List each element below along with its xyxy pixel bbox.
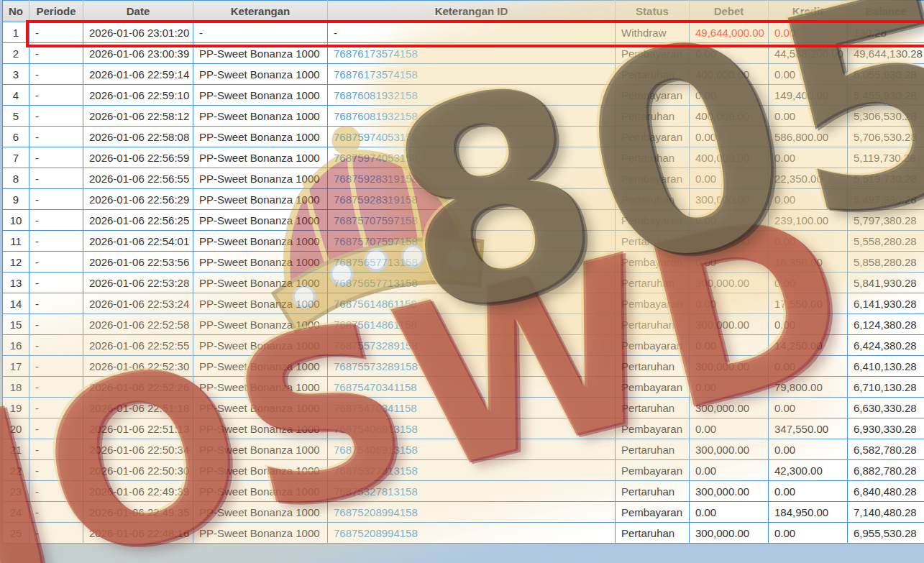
keterangan-id-link[interactable]: 76875406913158 — [334, 423, 418, 435]
cell-status: Pertaruhan — [616, 64, 690, 85]
cell-kredit: 0.00 — [769, 314, 848, 335]
cell-keterangan: PP-Sweet Bonanza 1000 — [193, 481, 328, 502]
keterangan-id-link[interactable]: 76875208994158 — [334, 506, 418, 518]
cell-no: 9 — [3, 189, 29, 210]
keterangan-id-link[interactable]: 76876173574158 — [334, 68, 418, 81]
cell-keterangan: PP-Sweet Bonanza 1000 — [193, 127, 328, 147]
cell-kredit: 0.00 — [769, 22, 848, 43]
cell-debet: 0.00 — [690, 168, 769, 189]
cell-no: 23 — [3, 481, 29, 502]
cell-status: Pembayaran — [616, 335, 690, 356]
cell-balance: 6,840,480.28 — [848, 481, 924, 502]
cell-debet: 0.00 — [690, 377, 769, 398]
cell-no: 2 — [3, 43, 29, 64]
cell-periode: - — [29, 335, 83, 356]
keterangan-id-link[interactable]: 76875928319158 — [334, 173, 418, 185]
cell-no: 12 — [3, 252, 29, 273]
keterangan-id-link[interactable]: 76875707597158 — [334, 235, 418, 247]
keterangan-id-link[interactable]: 76876081932158 — [334, 110, 418, 122]
cell-status: Pembayaran — [616, 293, 690, 314]
keterangan-id-link[interactable]: 76875208994158 — [334, 527, 418, 539]
cell-keterangan: PP-Sweet Bonanza 1000 — [193, 335, 328, 356]
cell-periode: - — [29, 64, 83, 85]
cell-keterangan: PP-Sweet Bonanza 1000 — [193, 502, 328, 523]
keterangan-id-link[interactable]: 76876081932158 — [334, 89, 418, 101]
cell-keterangan: PP-Sweet Bonanza 1000 — [193, 460, 328, 481]
cell-keterangan: PP-Sweet Bonanza 1000 — [193, 377, 328, 398]
cell-date: 2026-01-06 22:54:01 — [83, 231, 193, 252]
cell-periode: - — [29, 22, 83, 43]
cell-no: 11 — [3, 231, 29, 252]
cell-keterangan-id: 76875614861158 — [328, 293, 616, 314]
cell-balance: 6,630,330.28 — [848, 398, 924, 418]
table-row: 7 - 2026-01-06 22:56:59 PP-Sweet Bonanza… — [3, 147, 924, 168]
cell-date: 2026-01-06 22:58:08 — [83, 127, 193, 147]
cell-balance: 5,306,530.28 — [848, 106, 924, 127]
cell-no: 21 — [3, 439, 29, 460]
cell-kredit: 0.00 — [769, 231, 848, 252]
cell-keterangan-id: 76876173574158 — [328, 64, 616, 85]
cell-debet: 300,000.00 — [690, 481, 769, 502]
table-row: 6 - 2026-01-06 22:58:08 PP-Sweet Bonanza… — [3, 127, 924, 147]
cell-balance: 6,410,130.28 — [848, 356, 924, 377]
keterangan-id-link[interactable]: 76875470341158 — [334, 381, 417, 393]
keterangan-id-link[interactable]: 76875614861158 — [334, 319, 417, 331]
cell-no: 13 — [3, 273, 29, 293]
keterangan-id-link[interactable]: 76875470341158 — [334, 402, 417, 414]
cell-periode: - — [29, 356, 83, 377]
cell-date: 2026-01-06 22:56:25 — [83, 210, 193, 231]
cell-keterangan-id: 76875573289158 — [328, 335, 616, 356]
cell-keterangan-id: 76875657713158 — [328, 273, 616, 293]
cell-keterangan-id: 76875327813158 — [328, 481, 616, 502]
keterangan-id-link[interactable]: 76875974053158 — [334, 131, 418, 143]
cell-status: Pembayaran — [616, 127, 690, 147]
keterangan-id-link[interactable]: 76875327813158 — [334, 485, 418, 498]
cell-periode: - — [29, 377, 83, 398]
keterangan-id-link[interactable]: 76875406913158 — [334, 444, 418, 456]
cell-status: Pertaruhan — [616, 356, 690, 377]
cell-balance: 7,140,480.28 — [848, 502, 924, 523]
cell-status: Pertaruhan — [616, 398, 690, 418]
cell-keterangan: PP-Sweet Bonanza 1000 — [193, 43, 328, 64]
cell-balance: 5,119,730.28 — [848, 147, 924, 168]
keterangan-id-link[interactable]: 76875928319158 — [334, 193, 418, 206]
keterangan-id-link[interactable]: 76875573289158 — [334, 339, 418, 352]
cell-balance: 5,519,730.28 — [848, 168, 924, 189]
keterangan-id-link[interactable]: 76875657713158 — [334, 277, 418, 289]
cell-status: Pembayaran — [616, 85, 690, 106]
cell-balance: 49,644,130.28 — [848, 43, 924, 64]
cell-keterangan-id: 76875614861158 — [328, 314, 616, 335]
cell-status: Pembayaran — [616, 377, 690, 398]
cell-kredit: 17,550.00 — [769, 293, 848, 314]
cell-kredit: 0.00 — [769, 523, 848, 544]
cell-no: 20 — [3, 418, 29, 439]
cell-kredit: 14,250.00 — [769, 335, 848, 356]
cell-date: 2026-01-06 22:52:55 — [83, 335, 193, 356]
cell-no: 5 — [3, 106, 29, 127]
cell-keterangan-id: - — [328, 22, 616, 43]
keterangan-id-link[interactable]: 76875974053158 — [334, 152, 418, 164]
keterangan-id-link[interactable]: 76875327813158 — [334, 464, 418, 477]
cell-keterangan: PP-Sweet Bonanza 1000 — [193, 168, 328, 189]
cell-debet: 300,000.00 — [690, 398, 769, 418]
cell-keterangan: PP-Sweet Bonanza 1000 — [193, 418, 328, 439]
cell-status: Pembayaran — [616, 418, 690, 439]
keterangan-id-link[interactable]: 76875573289158 — [334, 360, 418, 372]
cell-kredit: 0.00 — [769, 439, 848, 460]
cell-status: Pertaruhan — [616, 189, 690, 210]
cell-status: Pertaruhan — [616, 481, 690, 502]
cell-balance: 5,797,380.28 — [848, 210, 924, 231]
table-row: 18 - 2026-01-06 22:52:26 PP-Sweet Bonanz… — [3, 377, 924, 398]
cell-status: Pertaruhan — [616, 231, 690, 252]
keterangan-id-link[interactable]: 76875707597158 — [334, 214, 418, 226]
keterangan-id-link[interactable]: 76876173574158 — [334, 47, 418, 60]
cell-status: Pembayaran — [616, 43, 690, 64]
cell-date: 2026-01-06 22:50:34 — [83, 439, 193, 460]
keterangan-id-link[interactable]: 76875614861158 — [334, 298, 417, 310]
cell-keterangan-id: 76875406913158 — [328, 418, 616, 439]
keterangan-id-link[interactable]: 76875657713158 — [334, 256, 418, 268]
cell-periode: - — [29, 210, 83, 231]
cell-no: 8 — [3, 168, 29, 189]
col-header-debet: Debet — [690, 1, 769, 22]
cell-debet: 0.00 — [690, 502, 769, 523]
